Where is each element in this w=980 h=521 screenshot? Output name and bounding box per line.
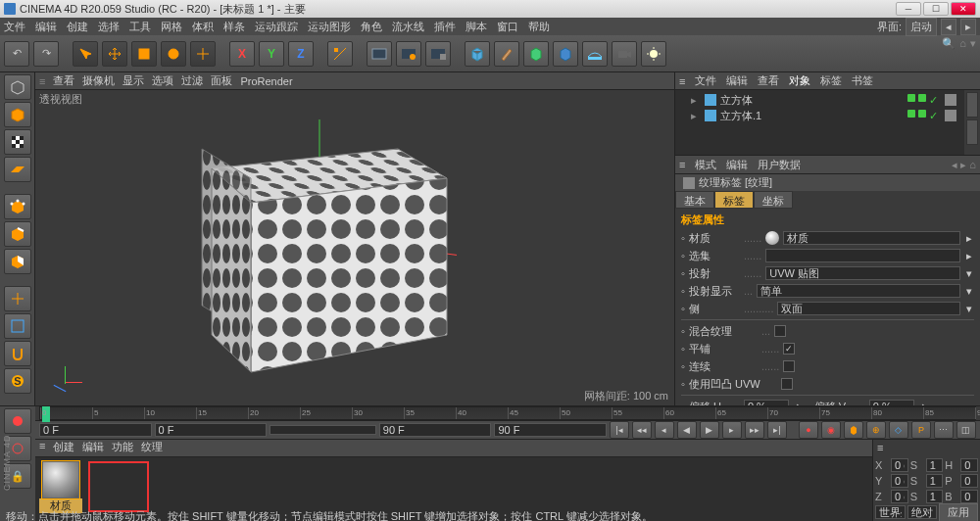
attr-nav[interactable]: ◂ ▸ ⌂ xyxy=(952,159,976,171)
menu-edit[interactable]: 编辑 xyxy=(35,20,57,34)
layer-button[interactable] xyxy=(966,119,978,145)
vp-options[interactable]: 选项 xyxy=(152,73,173,88)
key-rot-button[interactable]: P xyxy=(911,421,931,439)
projdisplay-dropdown[interactable] xyxy=(757,284,960,298)
play-button[interactable]: ▶ xyxy=(700,421,719,439)
scale-tool[interactable] xyxy=(131,41,157,67)
coord-mode-dropdown[interactable] xyxy=(875,505,906,519)
texture-tag-icon[interactable] xyxy=(945,110,956,121)
rot-p-field[interactable] xyxy=(960,474,978,488)
material-preview-icon[interactable] xyxy=(765,231,779,245)
material-picker-button[interactable]: ▸ xyxy=(964,232,974,245)
timeline-ruler[interactable]: 051015202530354045505560657075808590 xyxy=(35,406,980,421)
layout-next-button[interactable]: ▸ xyxy=(960,19,976,35)
prev-key-button[interactable]: ◂◂ xyxy=(632,421,652,439)
apply-button[interactable]: 应用 xyxy=(939,503,978,522)
om-objects[interactable]: 对象 xyxy=(789,73,810,88)
menu-spline[interactable]: 样条 xyxy=(223,20,245,34)
lastused-tool[interactable] xyxy=(190,41,216,67)
point-mode-button[interactable] xyxy=(4,194,31,219)
side-dropdown[interactable] xyxy=(777,302,960,315)
funnel-icon[interactable]: ▾ xyxy=(970,37,976,50)
menu-script[interactable]: 脚本 xyxy=(466,20,487,34)
menu-create[interactable]: 创建 xyxy=(67,20,88,34)
scl-z-field[interactable] xyxy=(926,490,944,503)
projection-dropdown[interactable] xyxy=(765,266,960,280)
menu-window[interactable]: 窗口 xyxy=(497,20,518,34)
menu-file[interactable]: 文件 xyxy=(4,20,25,34)
object-row[interactable]: ▸ 立方体 ✓ xyxy=(677,92,962,108)
layout-prev-button[interactable]: ◂ xyxy=(941,19,956,35)
home-icon[interactable]: ⌂ xyxy=(959,37,966,50)
pos-y-field[interactable] xyxy=(891,474,908,488)
vp-menu-icon[interactable]: ≡ xyxy=(39,75,45,87)
pos-x-field[interactable] xyxy=(891,458,908,472)
menu-volume[interactable]: 体积 xyxy=(192,20,214,34)
mat-edit[interactable]: 编辑 xyxy=(82,440,104,456)
polygon-mode-button[interactable] xyxy=(4,249,31,274)
snap-button[interactable] xyxy=(4,341,31,366)
expand-icon[interactable]: ▸ xyxy=(691,110,701,122)
object-name[interactable]: 立方体 xyxy=(720,93,753,108)
om-tags[interactable]: 标签 xyxy=(820,73,842,88)
frame-rangeend-field[interactable] xyxy=(379,423,492,437)
om-edit[interactable]: 编辑 xyxy=(726,73,748,88)
dropdown-icon[interactable]: ▾ xyxy=(964,267,974,280)
coord-system-button[interactable] xyxy=(327,41,353,67)
menu-mesh[interactable]: 网格 xyxy=(161,20,182,34)
size-mode-dropdown[interactable] xyxy=(907,505,938,519)
goto-start-button[interactable]: |◂ xyxy=(610,421,629,439)
rot-h-field[interactable] xyxy=(960,458,978,472)
camera-button[interactable] xyxy=(612,41,637,67)
om-file[interactable]: 文件 xyxy=(695,73,716,88)
generator-button[interactable] xyxy=(523,41,549,67)
primitive-cube-button[interactable] xyxy=(465,41,490,67)
key-scale-button[interactable]: ◇ xyxy=(889,421,908,439)
seamless-checkbox[interactable] xyxy=(783,360,795,372)
viewport-canvas[interactable]: 透视视图 xyxy=(35,90,674,405)
vp-camera[interactable]: 摄像机 xyxy=(82,73,115,88)
light-button[interactable] xyxy=(641,41,666,67)
frame-end-field[interactable] xyxy=(494,423,607,437)
record-button[interactable]: ● xyxy=(799,421,818,439)
offset-u-field[interactable] xyxy=(744,400,789,405)
mat-menu-icon[interactable]: ≡ xyxy=(39,440,45,456)
environment-button[interactable] xyxy=(582,41,608,67)
texture-tag-icon[interactable] xyxy=(945,94,956,106)
attr-menu-icon[interactable]: ≡ xyxy=(679,159,685,170)
om-view[interactable]: 查看 xyxy=(758,73,779,88)
texture-mode-button[interactable] xyxy=(4,129,31,155)
frame-current-field[interactable] xyxy=(155,423,268,437)
axis-z-toggle[interactable]: Z xyxy=(288,41,314,67)
vis-toggle[interactable]: ✓ xyxy=(929,94,938,107)
menu-motiontrack[interactable]: 运动跟踪 xyxy=(255,20,298,34)
tile-checkbox[interactable]: ✓ xyxy=(783,343,795,355)
close-button[interactable]: ✕ xyxy=(951,2,976,16)
material-field[interactable] xyxy=(783,231,960,245)
axis-x-toggle[interactable]: X xyxy=(229,41,255,67)
layer-button[interactable] xyxy=(966,92,978,118)
menu-help[interactable]: 帮助 xyxy=(528,20,550,34)
undo-button[interactable]: ↶ xyxy=(4,41,29,67)
dropdown-icon[interactable]: ▾ xyxy=(964,285,974,298)
pos-z-field[interactable] xyxy=(891,490,908,503)
selection-picker-button[interactable]: ▸ xyxy=(964,250,974,262)
menu-character[interactable]: 角色 xyxy=(361,20,382,34)
material-swatch[interactable]: 材质 xyxy=(39,461,82,513)
selection-field[interactable] xyxy=(765,249,960,262)
om-bookmarks[interactable]: 书签 xyxy=(852,73,873,88)
rot-b-field[interactable] xyxy=(960,490,978,503)
prev-frame-button[interactable]: ◂ xyxy=(655,421,674,439)
render-settings-button[interactable] xyxy=(425,41,451,67)
tab-basic[interactable]: 基本 xyxy=(675,191,714,209)
vp-prorender[interactable]: ProRender xyxy=(240,75,292,87)
render-region-button[interactable] xyxy=(396,41,421,67)
deformer-button[interactable] xyxy=(553,41,578,67)
axis-mode-button[interactable] xyxy=(4,286,31,311)
frame-start-field[interactable] xyxy=(39,423,152,437)
minimize-button[interactable]: ─ xyxy=(896,2,921,16)
expand-icon[interactable]: ▸ xyxy=(691,94,701,107)
search-icon[interactable]: 🔍 xyxy=(942,37,956,50)
material-ball-icon[interactable] xyxy=(42,461,79,498)
attr-userdata[interactable]: 用户数据 xyxy=(758,158,801,172)
